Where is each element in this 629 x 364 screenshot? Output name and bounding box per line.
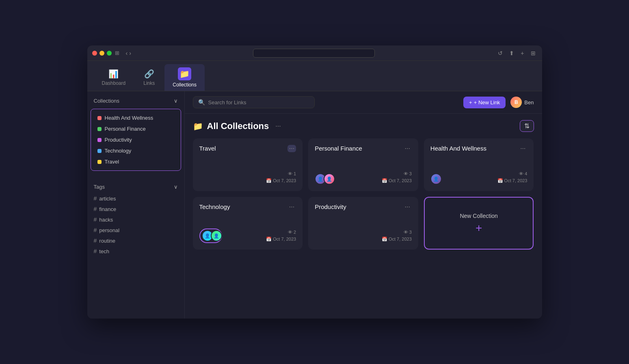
- sidebar-collections-header: Collections ∨: [87, 96, 184, 107]
- card-meta-personal-finance: 👁 3 📅 Oct 7, 2023: [382, 170, 412, 185]
- collection-card-health-wellness[interactable]: Health And Wellness ··· 👤 👁 4: [424, 138, 534, 191]
- minimize-button[interactable]: [99, 51, 104, 56]
- card-menu-button-productivity[interactable]: ···: [403, 203, 411, 211]
- new-collection-card[interactable]: New Collection +: [424, 197, 534, 250]
- card-date-productivity: Oct 7, 2023: [389, 236, 412, 243]
- collection-card-travel[interactable]: Travel ··· 👁 1 📅: [193, 138, 303, 191]
- user-menu-button[interactable]: B Ben: [510, 97, 534, 108]
- card-meta-technology: 👁 2 📅 Oct 7, 2023: [266, 229, 296, 243]
- hash-icon: #: [94, 195, 97, 202]
- collections-icon: 📁: [178, 67, 191, 80]
- collection-card-personal-finance[interactable]: Personal Finance ··· 👤 👤 👁: [308, 138, 418, 191]
- search-bar[interactable]: 🔍 Search for Links: [193, 96, 315, 108]
- sidebar-tag-routine[interactable]: # routine: [87, 235, 184, 246]
- card-menu-button-personal-finance[interactable]: ···: [403, 145, 411, 152]
- card-avatars-health-wellness: 👤: [430, 173, 439, 185]
- card-links-count-health-wellness: 4: [525, 170, 527, 178]
- hash-icon: #: [94, 237, 97, 244]
- card-date-technology: Oct 7, 2023: [273, 236, 296, 243]
- avatar-tech-2: 👤: [211, 230, 222, 241]
- card-meta-health-wellness: 👁 4 📅 Oct 7, 2023: [497, 170, 527, 185]
- forward-arrow-icon[interactable]: ›: [129, 50, 131, 56]
- maximize-button[interactable]: [107, 51, 112, 56]
- sidebar-tags-collapse-icon[interactable]: ∨: [174, 184, 178, 190]
- fullscreen-icon[interactable]: ⊞: [529, 49, 537, 57]
- sidebar-item-productivity[interactable]: Productivity: [91, 134, 181, 145]
- content-header: 🔍 Search for Links + + New Link B Ben: [185, 91, 542, 114]
- sidebar-collections-collapse-icon[interactable]: ∨: [174, 98, 178, 104]
- eye-icon: 👁: [288, 170, 292, 178]
- add-tab-icon[interactable]: +: [519, 49, 525, 57]
- calendar-icon: 📅: [497, 177, 503, 185]
- share-icon[interactable]: ⬆: [508, 49, 516, 57]
- sidebar: Collections ∨ Health And Wellness Person…: [87, 91, 185, 319]
- card-links-count-personal-finance: 3: [409, 170, 412, 178]
- window-grid-icon[interactable]: ⊞: [115, 50, 119, 56]
- productivity-color-dot: [97, 138, 102, 142]
- reload-icon[interactable]: ↺: [496, 49, 504, 57]
- card-title-travel: Travel: [199, 145, 216, 152]
- content-area: 🔍 Search for Links + + New Link B Ben 📁 …: [185, 91, 542, 319]
- card-menu-button-health-wellness[interactable]: ···: [519, 145, 527, 152]
- eye-icon: 👁: [404, 229, 408, 236]
- sidebar-item-health[interactable]: Health And Wellness: [91, 112, 181, 123]
- title-bar: ⊞ ‹ › ↺ ⬆ + ⊞: [87, 45, 542, 61]
- links-icon: 🔗: [144, 69, 154, 79]
- sidebar-tags-header: Tags ∨: [87, 182, 184, 193]
- card-meta-travel: 👁 1 📅 Oct 7, 2023: [266, 170, 296, 185]
- card-header-productivity: Productivity ···: [315, 203, 412, 211]
- travel-color-dot: [97, 160, 102, 164]
- back-arrow-icon[interactable]: ‹: [126, 50, 128, 56]
- collections-menu-button[interactable]: ···: [273, 122, 283, 131]
- card-links-count-technology: 2: [294, 229, 296, 236]
- nav-item-links-label: Links: [143, 80, 155, 86]
- nav-item-dashboard[interactable]: 📊 Dashboard: [94, 66, 134, 89]
- search-icon: 🔍: [198, 99, 205, 106]
- card-date-travel: Oct 7, 2023: [273, 177, 296, 185]
- collection-card-technology[interactable]: Technology ··· 👤 👤 👁 2: [193, 197, 303, 250]
- title-bar-actions: ↺ ⬆ + ⊞: [496, 49, 537, 57]
- sidebar-tag-personal[interactable]: # personal: [87, 225, 184, 235]
- card-menu-button-technology[interactable]: ···: [287, 203, 296, 211]
- eye-icon: 👁: [404, 170, 408, 178]
- health-color-dot: [97, 116, 102, 120]
- card-footer-personal-finance: 👤 👤 👁 3 📅 Oct 7, 2023: [315, 170, 412, 185]
- nav-item-links[interactable]: 🔗 Links: [135, 66, 163, 89]
- card-links-count-travel: 1: [294, 170, 296, 178]
- card-date-personal-finance: Oct 7, 2023: [389, 177, 412, 185]
- sort-button[interactable]: ⇅: [520, 120, 534, 132]
- card-footer-health-wellness: 👤 👁 4 📅 Oct 7, 2023: [430, 170, 527, 185]
- sidebar-tag-articles[interactable]: # articles: [87, 193, 184, 204]
- card-menu-button-travel[interactable]: ···: [287, 145, 296, 152]
- user-name: Ben: [524, 99, 534, 106]
- avatar-person: 👤: [430, 173, 442, 185]
- sidebar-item-technology[interactable]: Technology: [91, 145, 181, 156]
- close-button[interactable]: [92, 51, 97, 56]
- nav-item-collections[interactable]: 📁 Collections: [164, 64, 205, 91]
- sidebar-tag-finance[interactable]: # finance: [87, 204, 184, 214]
- hash-icon: #: [94, 227, 97, 233]
- calendar-icon: 📅: [266, 236, 272, 243]
- traffic-lights: [92, 51, 112, 56]
- card-footer-productivity: 👁 3 📅 Oct 7, 2023: [315, 229, 412, 243]
- card-title-personal-finance: Personal Finance: [315, 145, 362, 152]
- nav-item-dashboard-label: Dashboard: [102, 80, 126, 86]
- sidebar-item-personal-finance[interactable]: Personal Finance: [91, 123, 181, 134]
- address-bar[interactable]: [253, 49, 375, 58]
- eye-icon: 👁: [519, 170, 523, 178]
- card-title-technology: Technology: [199, 203, 230, 210]
- collection-card-productivity[interactable]: Productivity ··· 👁 3 📅: [308, 197, 418, 250]
- card-header-health-wellness: Health And Wellness ···: [430, 145, 527, 152]
- card-title-productivity: Productivity: [315, 203, 346, 210]
- new-collection-label: New Collection: [460, 213, 497, 219]
- sidebar-tags-section: Tags ∨ # articles # finance # hacks #: [87, 177, 184, 261]
- user-avatar: B: [510, 97, 522, 108]
- app-window: ⊞ ‹ › ↺ ⬆ + ⊞ 📊 Dashboard 🔗 Links 📁 Coll…: [87, 45, 542, 319]
- new-link-label: + New Link: [474, 99, 500, 106]
- sidebar-item-travel[interactable]: Travel: [91, 156, 181, 167]
- sidebar-tag-hacks[interactable]: # hacks: [87, 214, 184, 225]
- sidebar-tag-tech[interactable]: # tech: [87, 246, 184, 256]
- new-link-button[interactable]: + + New Link: [463, 97, 506, 108]
- card-avatars-personal-finance: 👤 👤: [315, 173, 333, 185]
- hash-icon: #: [94, 216, 97, 223]
